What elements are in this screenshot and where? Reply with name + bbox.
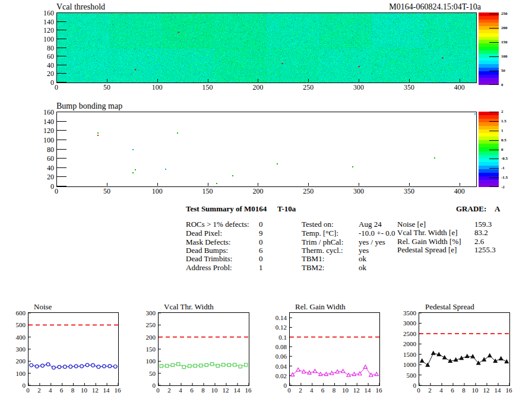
x-tick-label: 100	[150, 83, 165, 92]
data-point	[222, 363, 225, 366]
data-point	[363, 365, 367, 369]
y-tick-mark	[57, 112, 66, 112]
y-tick-label: 160	[34, 108, 54, 117]
y-tick-label: 0.08	[265, 343, 287, 350]
data-point	[448, 359, 452, 363]
data-point	[58, 365, 61, 369]
colorbar-tick-mark	[489, 14, 499, 14]
plot-frame-vcal_thr_width	[158, 312, 249, 386]
x-tick-label: 8	[68, 387, 78, 394]
y-tick-mark	[57, 167, 66, 168]
y-tick-label: 600	[4, 309, 26, 316]
defect-label: Dead Pixel:	[186, 229, 222, 238]
x-tick-label: 400	[452, 83, 467, 92]
y-tick-label: 500	[395, 372, 416, 379]
data-point	[86, 363, 89, 367]
x-tick-label: 12	[481, 387, 492, 394]
x-tick-label: 10	[340, 387, 350, 394]
colorbar-tick-label: -2	[501, 185, 505, 189]
data-point	[108, 365, 112, 368]
y-tick-label: 140	[34, 18, 54, 27]
colorbar-tick-label: -0.5	[501, 156, 508, 161]
colorbar-tick-label: 1.5	[501, 119, 506, 124]
x-tick-mark	[107, 79, 107, 82]
y-tick-label: 1500	[395, 351, 416, 358]
bump-defect-dot	[97, 132, 99, 134]
y-tick-label: 2500	[395, 330, 416, 337]
x-tick-mark	[409, 79, 410, 82]
bump-defect-dot	[434, 157, 435, 159]
y-tick-label: 0.12	[265, 324, 287, 331]
x-tick-mark	[56, 183, 57, 186]
data-point	[103, 365, 106, 368]
rel_gain_width-plot-svg	[290, 313, 379, 385]
x-tick-label: 4	[175, 387, 186, 394]
condition-label: TBM1:	[302, 254, 324, 264]
colorbar-tick-mark	[489, 150, 499, 150]
data-point	[471, 354, 474, 358]
vcal-colorbar	[479, 12, 499, 85]
data-line	[422, 353, 507, 365]
data-point	[437, 353, 441, 356]
bump-map-frame	[56, 112, 477, 187]
colorbar-tick-label: 0	[501, 147, 504, 152]
x-tick-label: 150	[200, 83, 216, 92]
y-tick-label: 80	[34, 145, 54, 154]
data-point	[30, 363, 33, 367]
data-point	[505, 360, 508, 363]
x-tick-label: 100	[150, 187, 165, 196]
defect-value: 9	[259, 229, 263, 238]
x-tick-label: 0	[413, 387, 424, 394]
colorbar-tick-label: 50	[501, 68, 505, 73]
data-point	[80, 365, 84, 368]
data-point	[171, 363, 174, 366]
x-tick-mark	[409, 183, 410, 186]
bump-defect-dot	[177, 132, 178, 134]
colorbar-tick-mark	[489, 121, 499, 122]
data-point	[375, 372, 378, 376]
condition-label: Tested on:	[302, 220, 334, 229]
data-point	[313, 369, 316, 373]
x-tick-label: 16	[243, 387, 254, 394]
data-point	[341, 369, 345, 373]
y-tick-label: 120	[34, 26, 54, 35]
data-point	[64, 365, 67, 369]
data-point	[35, 365, 39, 368]
bump-defect-dot	[277, 163, 278, 164]
y-tick-label: 400	[4, 334, 26, 341]
vcal-map-title: Vcal threshold	[56, 2, 105, 12]
data-point	[245, 363, 248, 366]
x-tick-label: 250	[300, 83, 316, 92]
data-point	[432, 352, 435, 355]
grade-label: GRADE:	[456, 204, 486, 214]
y-tick-label: 20	[34, 173, 54, 182]
colorbar-tick-mark	[489, 42, 499, 43]
colorbar-tick-label: 0.5	[501, 138, 506, 142]
data-point	[233, 363, 236, 366]
y-tick-label: 150	[134, 346, 156, 353]
y-tick-mark	[57, 149, 66, 150]
x-tick-mark	[359, 183, 359, 186]
x-tick-label: 50	[99, 187, 115, 196]
x-tick-label: 6	[318, 387, 328, 394]
y-tick-mark	[57, 56, 66, 56]
colorbar-tick-mark	[489, 186, 499, 187]
noise-plot-title: Noise	[34, 302, 52, 312]
bump-defect-dot	[474, 113, 476, 115]
x-tick-label: 0	[284, 387, 294, 394]
x-tick-label: 8	[458, 387, 469, 394]
x-tick-label: 8	[198, 387, 208, 394]
data-point	[160, 365, 163, 368]
bump-defect-dot	[135, 169, 136, 170]
vcal_thr_width-plot-svg	[159, 313, 249, 385]
x-tick-label: 0	[49, 187, 64, 196]
colorbar-tick-label: 150	[501, 40, 508, 45]
condition-label: Temp. [°C]:	[302, 229, 338, 238]
data-point	[335, 370, 339, 373]
x-tick-label: 6	[447, 387, 458, 394]
data-point	[200, 364, 202, 367]
x-tick-mark	[460, 183, 460, 186]
y-tick-label: 0.02	[265, 372, 287, 379]
y-tick-mark	[57, 130, 66, 131]
x-tick-label: 4	[306, 387, 317, 394]
